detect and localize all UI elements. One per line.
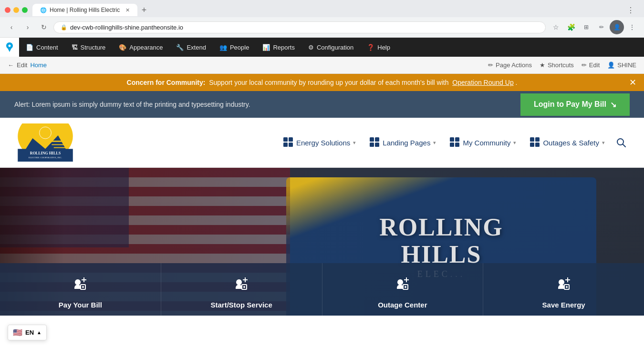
ssl-lock-icon: 🔒 xyxy=(61,24,67,31)
outages-safety-dropdown-arrow: ▾ xyxy=(602,140,605,146)
configuration-icon: ⚙ xyxy=(308,44,314,51)
tab-close-button[interactable]: ✕ xyxy=(125,7,130,13)
drupal-logo-icon xyxy=(4,41,15,53)
svg-rect-12 xyxy=(289,143,293,147)
drupal-nav-help[interactable]: ❓ Help xyxy=(360,38,397,57)
svg-rect-9 xyxy=(283,137,288,142)
content-label: Content xyxy=(36,44,58,51)
back-button[interactable]: ‹ xyxy=(5,20,18,34)
extensions-button[interactable]: 🧩 xyxy=(564,20,578,34)
url-bar[interactable]: 🔒 dev-cwb-rollinghills-shine.pantheonsit… xyxy=(53,21,546,33)
browser-menu-dots[interactable]: ⋮ xyxy=(625,20,639,34)
drupal-nav-content[interactable]: 📄 Content xyxy=(19,38,65,57)
maximize-window-button[interactable] xyxy=(22,7,28,13)
svg-rect-16 xyxy=(375,143,379,147)
bookmark-button[interactable]: ☆ xyxy=(549,20,563,34)
landing-pages-dropdown-arrow: ▾ xyxy=(433,140,436,146)
home-breadcrumb-link[interactable]: Home xyxy=(30,61,47,69)
people-label: People xyxy=(230,44,249,51)
svg-rect-10 xyxy=(289,137,293,142)
profile-button[interactable]: 👤 xyxy=(610,20,624,34)
help-label: Help xyxy=(377,44,390,51)
new-tab-button[interactable]: + xyxy=(137,3,151,17)
svg-point-2 xyxy=(40,127,52,139)
browser-menu-button[interactable]: ⋮ xyxy=(627,6,634,15)
svg-rect-13 xyxy=(370,137,374,142)
edit-button[interactable]: ✏ Edit xyxy=(582,61,600,69)
announcement-period: . xyxy=(516,79,518,86)
nav-outages-safety[interactable]: Outages & Safety ▾ xyxy=(524,133,611,153)
login-button-arrow: ↘ xyxy=(610,100,616,109)
structure-icon: 🏗 xyxy=(72,44,78,51)
minimize-window-button[interactable] xyxy=(13,7,19,13)
forward-button[interactable]: › xyxy=(21,20,34,34)
nav-landing-pages[interactable]: Landing Pages ▾ xyxy=(364,133,442,153)
shine-button[interactable]: 👤 SHINE xyxy=(607,61,636,69)
svg-rect-17 xyxy=(450,137,454,142)
edit-bar-right: ✏ Page Actions ★ Shortcuts ✏ Edit 👤 SHIN… xyxy=(488,61,636,69)
outages-safety-icon xyxy=(530,137,540,149)
search-icon xyxy=(616,137,626,148)
operation-round-up-link[interactable]: Operation Round Up xyxy=(452,79,513,86)
appearance-label: Appearance xyxy=(129,44,163,51)
svg-rect-19 xyxy=(450,143,454,147)
cast-button[interactable]: ⊞ xyxy=(579,20,593,34)
hero-sign-title: ROLLINGHILLS xyxy=(379,214,503,268)
energy-solutions-label: Energy Solutions xyxy=(296,139,350,147)
edit-bar-left: ← Edit Home xyxy=(8,61,47,69)
browser-tab-bar: 🌐 Home | Rolling Hills Electric C ✕ + ⋮ xyxy=(0,0,644,17)
shine-label: SHINE xyxy=(617,61,636,69)
drupal-nav-appearance[interactable]: 🎨 Appearance xyxy=(112,38,169,57)
site-header: ROLLING HILLS ELECTRIC COOPERATIVE, INC.… xyxy=(0,118,644,168)
edit-arrow-icon: ← xyxy=(8,61,14,69)
nav-my-community[interactable]: My Community ▾ xyxy=(444,133,522,153)
quick-link-outage[interactable]: Outage Center xyxy=(322,263,484,316)
screenshot-button[interactable]: ✏ xyxy=(594,20,609,34)
quick-link-start-stop[interactable]: Start/Stop Service xyxy=(161,263,322,316)
browser-tab-active[interactable]: 🌐 Home | Rolling Hills Electric C ✕ xyxy=(32,4,137,16)
svg-rect-21 xyxy=(530,137,534,142)
page-actions-button[interactable]: ✏ Page Actions xyxy=(488,61,532,69)
outage-label: Outage Center xyxy=(378,301,427,309)
edit-pencil-icon: ✏ xyxy=(582,61,587,69)
content-icon: 📄 xyxy=(26,44,33,51)
svg-line-26 xyxy=(623,144,626,147)
login-pay-bill-button[interactable]: Login to Pay My Bill ↘ xyxy=(520,93,630,116)
start-stop-label: Start/Stop Service xyxy=(211,301,272,309)
announcement-bar: Concern for Community: Support your loca… xyxy=(0,74,644,91)
drupal-nav-reports[interactable]: 📊 Reports xyxy=(256,38,301,57)
edit-btn-label: Edit xyxy=(589,61,600,69)
save-energy-label: Save Energy xyxy=(542,301,585,309)
drupal-nav-extend[interactable]: 🔧 Extend xyxy=(169,38,212,57)
svg-rect-20 xyxy=(455,143,459,147)
my-community-icon xyxy=(449,137,460,149)
reports-label: Reports xyxy=(273,44,295,51)
svg-rect-15 xyxy=(370,143,374,147)
reload-button[interactable]: ↻ xyxy=(37,20,51,34)
search-button[interactable] xyxy=(613,134,630,151)
quick-link-save-energy[interactable]: Save Energy xyxy=(483,263,644,316)
drupal-nav-configuration[interactable]: ⚙ Configuration xyxy=(301,38,360,57)
drupal-logo[interactable] xyxy=(0,38,19,57)
announcement-bold: Concern for Community: xyxy=(127,79,206,86)
alert-bar: Alert: Lorem ipsum is simply dummy text … xyxy=(0,91,644,118)
reports-icon: 📊 xyxy=(262,44,270,51)
nav-energy-solutions[interactable]: Energy Solutions ▾ xyxy=(277,133,362,153)
site-logo[interactable]: ROLLING HILLS ELECTRIC COOPERATIVE, INC. xyxy=(14,123,76,162)
edit-bar: ← Edit Home ✏ Page Actions ★ Shortcuts ✏… xyxy=(0,57,644,74)
appearance-icon: 🎨 xyxy=(119,44,126,51)
page-actions-icon: ✏ xyxy=(488,61,493,69)
close-window-button[interactable] xyxy=(5,7,10,13)
announcement-close-button[interactable]: ✕ xyxy=(629,78,636,87)
extend-label: Extend xyxy=(187,44,206,51)
people-icon: 👥 xyxy=(219,44,227,51)
drupal-nav-people[interactable]: 👥 People xyxy=(213,38,256,57)
shortcuts-button[interactable]: ★ Shortcuts xyxy=(540,61,574,69)
configuration-label: Configuration xyxy=(317,44,353,51)
quick-link-pay-bill[interactable]: Pay Your Bill xyxy=(0,263,161,316)
tab-title: Home | Rolling Hills Electric C xyxy=(50,7,120,13)
hero-section: ROLLINGHILLS ELEC... Pay Your Bill xyxy=(0,168,644,316)
browser-chrome: 🌐 Home | Rolling Hills Electric C ✕ + ⋮ … xyxy=(0,0,644,38)
drupal-nav-structure[interactable]: 🏗 Structure xyxy=(65,38,113,57)
save-energy-icon xyxy=(555,276,573,297)
